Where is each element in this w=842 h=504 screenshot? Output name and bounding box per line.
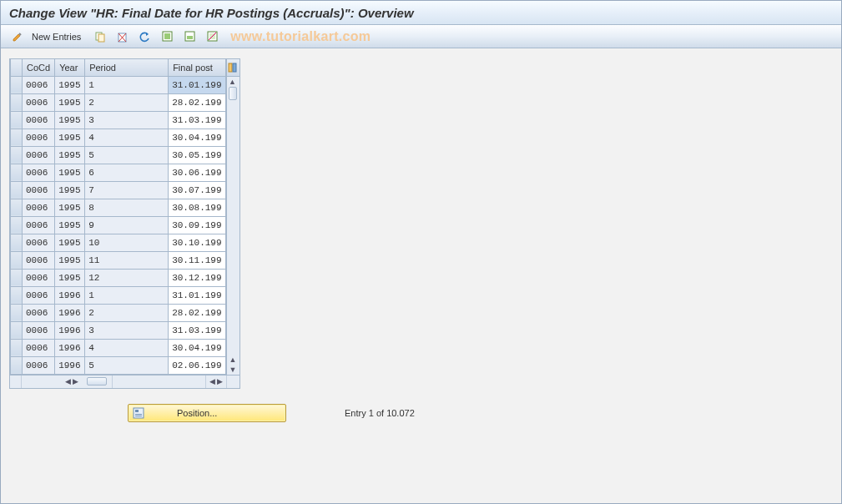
row-selector[interactable] — [11, 93, 23, 111]
col-header-year[interactable]: Year — [55, 59, 85, 76]
row-selector[interactable] — [11, 146, 23, 164]
table-row[interactable]: 00061996228.02.199 — [11, 304, 226, 321]
hscroll-right2-icon[interactable]: ▶ — [217, 377, 223, 386]
table-row[interactable]: 00061995131.01.199 — [11, 76, 226, 93]
cell-finalpost[interactable]: 28.02.199 — [169, 304, 225, 321]
undo-change-icon[interactable] — [135, 28, 155, 45]
table-row[interactable]: 00061995930.09.199 — [11, 216, 226, 234]
cell-finalpost[interactable]: 30.04.199 — [169, 129, 225, 146]
cell-period[interactable]: 7 — [85, 181, 169, 199]
cell-period[interactable]: 3 — [85, 321, 169, 339]
cell-finalpost[interactable]: 30.04.199 — [169, 339, 225, 356]
table-row[interactable]: 000619951030.10.199 — [11, 234, 226, 251]
row-selector[interactable] — [11, 251, 23, 269]
delete-icon[interactable] — [113, 28, 133, 45]
table-settings-icon[interactable] — [226, 59, 239, 77]
cell-period[interactable]: 10 — [85, 234, 169, 251]
cell-finalpost[interactable]: 31.01.199 — [169, 286, 225, 304]
cell-cocd[interactable]: 0006 — [23, 129, 55, 146]
cell-period[interactable]: 12 — [85, 269, 169, 286]
cell-cocd[interactable]: 0006 — [23, 321, 55, 339]
cell-year[interactable]: 1996 — [55, 304, 85, 321]
cell-year[interactable]: 1996 — [55, 339, 85, 356]
cell-finalpost[interactable]: 31.03.199 — [169, 321, 225, 339]
cell-cocd[interactable]: 0006 — [23, 356, 55, 374]
table-row[interactable]: 00061996502.06.199 — [11, 356, 226, 374]
scroll-down-icon[interactable]: ▼ — [229, 365, 237, 374]
row-selector[interactable] — [11, 286, 23, 304]
row-selector[interactable] — [11, 234, 23, 251]
scroll-page-up-icon[interactable]: ▲ — [229, 355, 237, 364]
cell-period[interactable]: 5 — [85, 356, 169, 374]
cell-year[interactable]: 1995 — [55, 181, 85, 199]
cell-year[interactable]: 1995 — [55, 76, 85, 93]
hscroll-left-icon[interactable]: ◀ — [65, 377, 71, 386]
cell-period[interactable]: 2 — [85, 93, 169, 111]
table-row[interactable]: 00061995830.08.199 — [11, 199, 226, 216]
col-header-cocd[interactable]: CoCd — [23, 59, 55, 76]
select-block-icon[interactable] — [180, 28, 200, 45]
row-selector[interactable] — [11, 216, 23, 234]
cell-finalpost[interactable]: 31.01.199 — [169, 76, 225, 93]
table-row[interactable]: 00061995530.05.199 — [11, 146, 226, 164]
cell-cocd[interactable]: 0006 — [23, 199, 55, 216]
cell-period[interactable]: 4 — [85, 339, 169, 356]
col-header-period[interactable]: Period — [85, 59, 169, 76]
row-selector[interactable] — [11, 356, 23, 374]
cell-cocd[interactable]: 0006 — [23, 234, 55, 251]
cell-finalpost[interactable]: 30.06.199 — [169, 164, 225, 181]
cell-period[interactable]: 11 — [85, 251, 169, 269]
row-selector[interactable] — [11, 199, 23, 216]
cell-year[interactable]: 1995 — [55, 164, 85, 181]
table-row[interactable]: 00061995630.06.199 — [11, 164, 226, 181]
row-selector[interactable] — [11, 321, 23, 339]
table-row[interactable]: 00061995430.04.199 — [11, 129, 226, 146]
table-row[interactable]: 00061995730.07.199 — [11, 181, 226, 199]
table-row[interactable]: 00061996430.04.199 — [11, 339, 226, 356]
cell-period[interactable]: 2 — [85, 304, 169, 321]
cell-period[interactable]: 3 — [85, 111, 169, 129]
row-selector[interactable] — [11, 164, 23, 181]
cell-finalpost[interactable]: 30.10.199 — [169, 234, 225, 251]
cell-year[interactable]: 1995 — [55, 199, 85, 216]
cell-finalpost[interactable]: 02.06.199 — [169, 356, 225, 374]
cell-cocd[interactable]: 0006 — [23, 304, 55, 321]
cell-cocd[interactable]: 0006 — [23, 111, 55, 129]
scroll-up-icon[interactable]: ▲ — [229, 78, 237, 86]
cell-finalpost[interactable]: 30.05.199 — [169, 146, 225, 164]
table-row[interactable]: 00061996331.03.199 — [11, 321, 226, 339]
row-selector[interactable] — [11, 76, 23, 93]
col-header-finalpost[interactable]: Final post — [169, 59, 225, 76]
table-row[interactable]: 00061995331.03.199 — [11, 111, 226, 129]
hscroll-thumb[interactable] — [87, 377, 107, 386]
row-selector[interactable] — [11, 111, 23, 129]
toggle-display-change-icon[interactable] — [8, 28, 28, 45]
cell-year[interactable]: 1995 — [55, 111, 85, 129]
new-entries-button[interactable]: New Entries — [30, 32, 88, 42]
cell-year[interactable]: 1996 — [55, 321, 85, 339]
row-selector[interactable] — [11, 269, 23, 286]
select-all-icon[interactable] — [158, 28, 178, 45]
cell-finalpost[interactable]: 30.09.199 — [169, 216, 225, 234]
cell-period[interactable]: 6 — [85, 164, 169, 181]
cell-finalpost[interactable]: 30.08.199 — [169, 199, 225, 216]
data-table[interactable]: CoCd Year Period Final post 00061995131.… — [10, 59, 226, 375]
cell-cocd[interactable]: 0006 — [23, 164, 55, 181]
table-row[interactable]: 000619951230.12.199 — [11, 269, 226, 286]
cell-cocd[interactable]: 0006 — [23, 216, 55, 234]
cell-year[interactable]: 1995 — [55, 93, 85, 111]
deselect-all-icon[interactable] — [203, 28, 223, 45]
horizontal-scrollbar[interactable]: ◀ ▶ ◀ ▶ — [10, 375, 239, 388]
cell-finalpost[interactable]: 30.07.199 — [169, 181, 225, 199]
cell-cocd[interactable]: 0006 — [23, 339, 55, 356]
cell-period[interactable]: 1 — [85, 286, 169, 304]
row-selector[interactable] — [11, 181, 23, 199]
cell-cocd[interactable]: 0006 — [23, 251, 55, 269]
cell-period[interactable]: 4 — [85, 129, 169, 146]
cell-finalpost[interactable]: 31.03.199 — [169, 111, 225, 129]
table-row[interactable]: 00061996131.01.199 — [11, 286, 226, 304]
cell-period[interactable]: 1 — [85, 76, 169, 93]
cell-year[interactable]: 1995 — [55, 146, 85, 164]
table-row[interactable]: 00061995228.02.199 — [11, 93, 226, 111]
cell-cocd[interactable]: 0006 — [23, 146, 55, 164]
